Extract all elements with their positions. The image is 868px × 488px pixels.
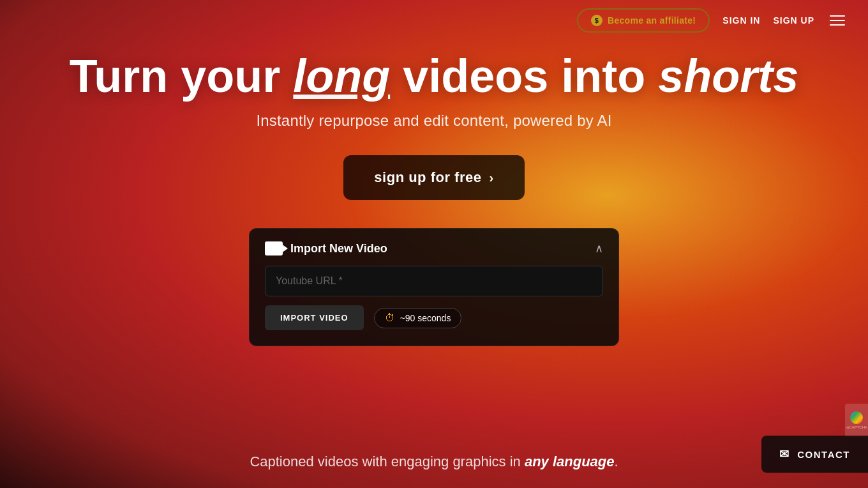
cta-label: sign up for free [374,169,481,186]
title-long-word: long [293,50,390,102]
import-card-title-row: Import New Video [265,241,387,255]
bottom-suffix: . [614,454,618,469]
import-video-button[interactable]: IMPORT VIDEO [265,305,364,330]
hero-section: Turn your long videos into shorts Instan… [0,51,868,346]
cta-signup-button[interactable]: sign up for free › [343,155,524,200]
menu-line-2 [830,20,845,21]
title-shorts-word: shorts [658,50,798,102]
import-card: Import New Video ∧ IMPORT VIDEO ⏱ ~90 se… [249,228,619,346]
bottom-prefix: Captioned videos with engaging graphics … [250,454,525,469]
import-card-title: Import New Video [290,242,387,255]
affiliate-label: Become an affiliate! [608,15,696,26]
menu-line-3 [830,24,845,26]
navbar: $ Become an affiliate! SIGN IN SIGN UP [0,0,868,41]
import-card-header: Import New Video ∧ [265,241,603,255]
time-badge-label: ~90 seconds [400,313,451,323]
recaptcha-badge: reCAPTCHA [845,404,868,437]
bottom-highlight: any language [525,454,615,469]
recaptcha-logo [850,411,863,424]
menu-line-1 [830,15,845,17]
hero-subtitle: Instantly repurpose and edit content, po… [256,112,611,130]
import-action-row: IMPORT VIDEO ⏱ ~90 seconds [265,305,603,330]
hero-title: Turn your long videos into shorts [70,51,799,102]
youtube-url-input[interactable] [265,266,603,296]
hamburger-menu-button[interactable] [827,13,848,28]
bottom-caption-text: Captioned videos with engaging graphics … [0,454,868,470]
collapse-button[interactable]: ∧ [595,241,603,255]
affiliate-button[interactable]: $ Become an affiliate! [577,8,710,33]
time-badge: ⏱ ~90 seconds [374,308,462,328]
chevron-up-icon: ∧ [595,241,603,255]
contact-label: CONTACT [797,449,850,460]
mail-icon: ✉ [779,447,790,461]
contact-button[interactable]: ✉ CONTACT [761,436,868,473]
dollar-icon: $ [591,15,602,26]
clock-icon: ⏱ [385,312,395,324]
video-camera-icon [265,241,283,255]
cta-chevron-icon: › [489,171,493,185]
import-video-label: IMPORT VIDEO [280,313,348,323]
recaptcha-text: reCAPTCHA [846,425,867,429]
sign-in-button[interactable]: SIGN IN [722,15,760,26]
sign-up-button[interactable]: SIGN UP [773,15,814,26]
title-middle: videos into [390,50,658,102]
title-prefix: Turn your [70,50,294,102]
